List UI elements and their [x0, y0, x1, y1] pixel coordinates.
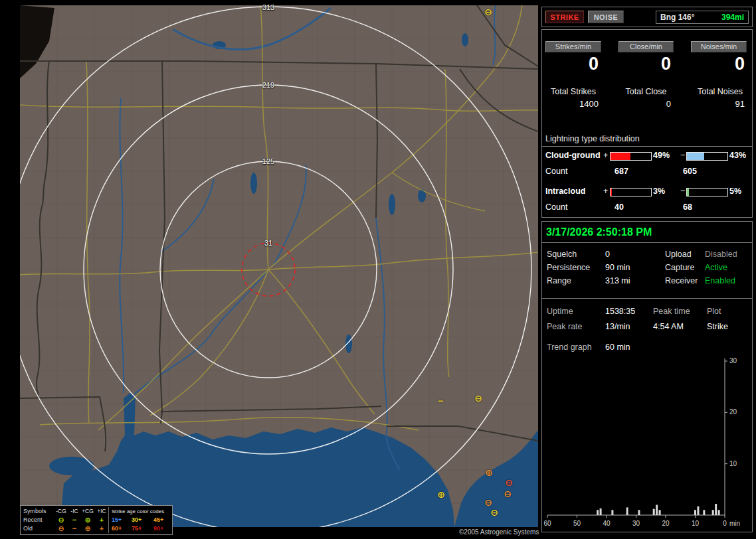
- age-code-30: 30+: [130, 516, 152, 524]
- peak-rate-label: Peak rate: [547, 322, 583, 331]
- close-per-min-value: 0: [618, 54, 671, 74]
- uptime-value: 1538:35: [605, 307, 635, 316]
- old-pos-ic-icon: +: [95, 524, 108, 533]
- persistence-label: Persistence: [547, 263, 590, 272]
- peak-time-label: Peak time: [653, 307, 690, 316]
- noises-per-min-value: 0: [691, 54, 745, 74]
- age-code-90: 90+: [152, 524, 174, 533]
- old-pos-cg-icon: ⊕: [80, 524, 95, 533]
- persistence-value: 90 min: [605, 263, 630, 272]
- strike-symbol-circle-minus: ⊖: [484, 7, 492, 17]
- age-code-45: 45+: [152, 516, 174, 524]
- ic-negative-fill: [687, 189, 689, 196]
- bearing-distance: 394mi: [721, 13, 744, 22]
- upload-status: Disabled: [705, 250, 737, 259]
- plot-value: Strike: [707, 322, 728, 331]
- age-code-15: 15+: [108, 516, 130, 524]
- bearing-label: Bng 146°: [660, 13, 694, 22]
- recent-neg-cg-icon: ⊖: [54, 516, 68, 524]
- svg-text:min: min: [729, 520, 740, 527]
- cloud-ground-label: Cloud-ground: [545, 151, 601, 160]
- cg-negative-bar: [686, 152, 728, 161]
- svg-text:30: 30: [729, 357, 737, 364]
- ic-negative-count: 68: [683, 202, 692, 212]
- svg-text:0: 0: [723, 520, 727, 527]
- plot-label: Plot: [707, 307, 721, 316]
- upload-label: Upload: [665, 250, 692, 259]
- total-close-label: Total Close: [616, 87, 676, 96]
- map-view[interactable]: 313 219 125 31 ⊖−⊖⊕⊖⊕⊖⊖⊖: [20, 5, 538, 527]
- svg-text:20: 20: [729, 408, 737, 416]
- cg-negative-fill: [687, 153, 704, 160]
- ic-count-label: Count: [545, 202, 567, 212]
- strike-symbol-circle-plus: ⊕: [485, 468, 493, 477]
- squelch-value: 0: [605, 250, 610, 259]
- age-code-75: 75+: [130, 524, 152, 533]
- recent-pos-ic-icon: +: [95, 516, 108, 524]
- strikes-per-min-button[interactable]: Strikes/min: [545, 41, 601, 52]
- strike-symbol-circle-minus: ⊖: [505, 478, 513, 487]
- capture-label: Capture: [665, 263, 694, 272]
- ic-minus-sign: −: [680, 187, 685, 196]
- svg-text:60: 60: [543, 520, 551, 527]
- copyright-text: ©2005 Astrogenic Systems: [454, 527, 543, 537]
- total-close-value: 0: [618, 99, 671, 109]
- receiver-status: Enabled: [705, 276, 735, 285]
- map-legend: Symbols -CG -IC +CG +IC Strike age color…: [20, 505, 173, 535]
- strike-symbol-circle-plus: ⊕: [437, 490, 445, 499]
- strike-symbol-minus: −: [438, 396, 443, 406]
- trend-graph-label: Trend graph: [547, 343, 592, 352]
- legend-header-pos-ic: +IC: [95, 507, 108, 516]
- ic-positive-fill: [611, 189, 612, 196]
- app-window: 313 219 125 31 ⊖−⊖⊕⊖⊕⊖⊖⊖ Symbols -CG -IC…: [0, 0, 756, 539]
- noises-per-min-button[interactable]: Noises/min: [691, 41, 747, 52]
- distribution-title: Lightning type distribution: [542, 134, 752, 147]
- svg-text:10: 10: [729, 460, 737, 467]
- strike-symbol-circle-minus: ⊖: [474, 394, 482, 403]
- cg-positive-bar: [610, 152, 652, 161]
- svg-text:30: 30: [632, 520, 640, 527]
- cg-plus-sign: +: [603, 151, 608, 160]
- uptime-label: Uptime: [547, 307, 573, 316]
- recent-neg-ic-icon: −: [68, 516, 80, 524]
- cg-positive-fill: [611, 153, 630, 160]
- svg-text:40: 40: [603, 520, 611, 527]
- noise-button[interactable]: NOISE: [588, 11, 624, 23]
- old-neg-ic-icon: −: [68, 524, 80, 533]
- age-code-60: 60+: [108, 524, 130, 533]
- ic-plus-sign: +: [603, 187, 608, 196]
- peak-rate-value: 13/min: [605, 322, 630, 331]
- cg-minus-sign: −: [680, 151, 685, 160]
- peak-time-value: 4:54 AM: [653, 322, 684, 331]
- range-label: Range: [547, 276, 571, 285]
- recent-pos-cg-icon: ⊕: [80, 516, 95, 524]
- divider: [542, 298, 752, 299]
- strike-symbol-circle-minus: ⊖: [484, 498, 492, 507]
- ic-negative-pct: 5%: [729, 187, 741, 196]
- close-per-min-button[interactable]: Close/min: [618, 41, 674, 52]
- ic-negative-bar: [686, 188, 728, 196]
- squelch-label: Squelch: [547, 250, 577, 259]
- cg-positive-count: 687: [614, 167, 628, 176]
- old-neg-cg-icon: ⊖: [54, 524, 68, 533]
- legend-header-neg-ic: -IC: [68, 507, 80, 516]
- control-bar: STRIKE NOISE Bng 146° 394mi: [541, 7, 753, 27]
- range-value: 313 mi: [605, 276, 630, 285]
- trend-graph-window: 60 min: [605, 343, 630, 352]
- strike-button[interactable]: STRIKE: [545, 11, 584, 23]
- ic-positive-bar: [610, 188, 652, 196]
- legend-header-symbols: Symbols: [23, 507, 54, 516]
- svg-text:20: 20: [662, 520, 670, 527]
- svg-text:10: 10: [692, 520, 700, 527]
- legend-age-title: Strike age color codes: [108, 507, 174, 516]
- trend-chart-svg: 6050403020100min302010: [543, 356, 751, 530]
- legend-old-label: Old: [23, 524, 54, 533]
- counters-panel: Strikes/min Close/min Noises/min 0 0 0 T…: [541, 29, 753, 218]
- total-strikes-label: Total Strikes: [542, 87, 605, 96]
- cg-negative-count: 605: [683, 167, 697, 176]
- datetime-display: 3/17/2026 2:50:18 PM: [546, 226, 652, 238]
- ic-positive-count: 40: [614, 202, 624, 212]
- receiver-label: Receiver: [665, 276, 698, 285]
- total-noises-value: 91: [691, 99, 745, 109]
- ic-positive-pct: 3%: [653, 187, 665, 196]
